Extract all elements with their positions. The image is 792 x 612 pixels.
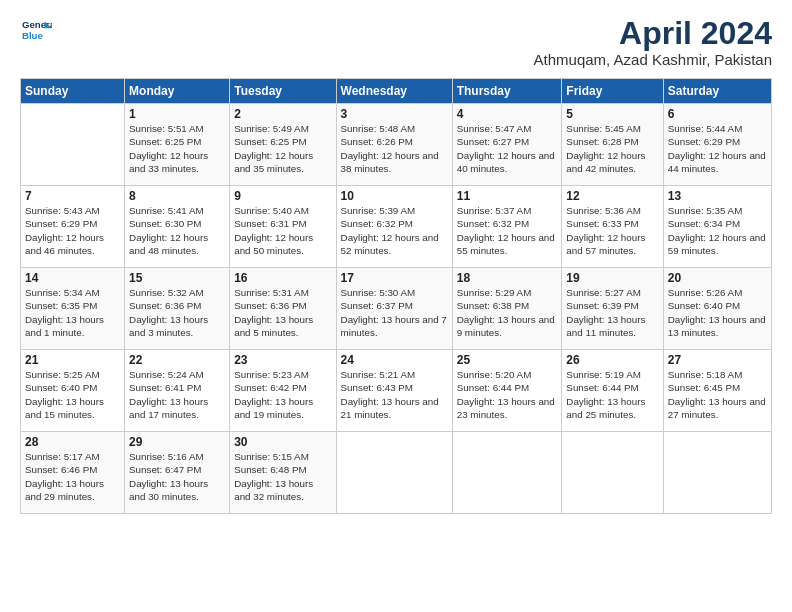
day-number: 23: [234, 353, 331, 367]
day-info: Sunrise: 5:34 AMSunset: 6:35 PMDaylight:…: [25, 287, 104, 338]
day-number: 5: [566, 107, 658, 121]
table-row: 19Sunrise: 5:27 AMSunset: 6:39 PMDayligh…: [562, 268, 663, 350]
day-number: 14: [25, 271, 120, 285]
day-info: Sunrise: 5:21 AMSunset: 6:43 PMDaylight:…: [341, 369, 439, 420]
table-row: 17Sunrise: 5:30 AMSunset: 6:37 PMDayligh…: [336, 268, 452, 350]
col-saturday: Saturday: [663, 79, 771, 104]
day-info: Sunrise: 5:15 AMSunset: 6:48 PMDaylight:…: [234, 451, 313, 502]
day-info: Sunrise: 5:51 AMSunset: 6:25 PMDaylight:…: [129, 123, 208, 174]
day-info: Sunrise: 5:45 AMSunset: 6:28 PMDaylight:…: [566, 123, 645, 174]
day-number: 29: [129, 435, 225, 449]
day-number: 21: [25, 353, 120, 367]
day-info: Sunrise: 5:35 AMSunset: 6:34 PMDaylight:…: [668, 205, 766, 256]
day-info: Sunrise: 5:36 AMSunset: 6:33 PMDaylight:…: [566, 205, 645, 256]
day-number: 13: [668, 189, 767, 203]
col-wednesday: Wednesday: [336, 79, 452, 104]
day-number: 20: [668, 271, 767, 285]
day-number: 11: [457, 189, 558, 203]
table-row: 27Sunrise: 5:18 AMSunset: 6:45 PMDayligh…: [663, 350, 771, 432]
day-info: Sunrise: 5:30 AMSunset: 6:37 PMDaylight:…: [341, 287, 447, 338]
day-info: Sunrise: 5:49 AMSunset: 6:25 PMDaylight:…: [234, 123, 313, 174]
table-row: [562, 432, 663, 514]
day-number: 25: [457, 353, 558, 367]
col-tuesday: Tuesday: [230, 79, 336, 104]
day-info: Sunrise: 5:39 AMSunset: 6:32 PMDaylight:…: [341, 205, 439, 256]
col-thursday: Thursday: [452, 79, 562, 104]
day-number: 30: [234, 435, 331, 449]
day-number: 12: [566, 189, 658, 203]
day-number: 4: [457, 107, 558, 121]
day-number: 6: [668, 107, 767, 121]
table-row: 25Sunrise: 5:20 AMSunset: 6:44 PMDayligh…: [452, 350, 562, 432]
table-row: 5Sunrise: 5:45 AMSunset: 6:28 PMDaylight…: [562, 104, 663, 186]
table-row: 7Sunrise: 5:43 AMSunset: 6:29 PMDaylight…: [21, 186, 125, 268]
day-info: Sunrise: 5:47 AMSunset: 6:27 PMDaylight:…: [457, 123, 555, 174]
day-info: Sunrise: 5:43 AMSunset: 6:29 PMDaylight:…: [25, 205, 104, 256]
day-info: Sunrise: 5:44 AMSunset: 6:29 PMDaylight:…: [668, 123, 766, 174]
day-info: Sunrise: 5:48 AMSunset: 6:26 PMDaylight:…: [341, 123, 439, 174]
day-info: Sunrise: 5:25 AMSunset: 6:40 PMDaylight:…: [25, 369, 104, 420]
day-number: 1: [129, 107, 225, 121]
day-number: 7: [25, 189, 120, 203]
day-info: Sunrise: 5:29 AMSunset: 6:38 PMDaylight:…: [457, 287, 555, 338]
day-number: 3: [341, 107, 448, 121]
table-row: 3Sunrise: 5:48 AMSunset: 6:26 PMDaylight…: [336, 104, 452, 186]
page: General Blue April 2024 Athmuqam, Azad K…: [0, 0, 792, 612]
subtitle: Athmuqam, Azad Kashmir, Pakistan: [534, 51, 772, 68]
day-number: 27: [668, 353, 767, 367]
day-number: 9: [234, 189, 331, 203]
table-row: 11Sunrise: 5:37 AMSunset: 6:32 PMDayligh…: [452, 186, 562, 268]
day-number: 10: [341, 189, 448, 203]
col-friday: Friday: [562, 79, 663, 104]
table-row: 23Sunrise: 5:23 AMSunset: 6:42 PMDayligh…: [230, 350, 336, 432]
table-row: 30Sunrise: 5:15 AMSunset: 6:48 PMDayligh…: [230, 432, 336, 514]
table-row: 26Sunrise: 5:19 AMSunset: 6:44 PMDayligh…: [562, 350, 663, 432]
table-row: 28Sunrise: 5:17 AMSunset: 6:46 PMDayligh…: [21, 432, 125, 514]
day-info: Sunrise: 5:17 AMSunset: 6:46 PMDaylight:…: [25, 451, 104, 502]
table-row: 18Sunrise: 5:29 AMSunset: 6:38 PMDayligh…: [452, 268, 562, 350]
day-number: 28: [25, 435, 120, 449]
day-info: Sunrise: 5:19 AMSunset: 6:44 PMDaylight:…: [566, 369, 645, 420]
day-info: Sunrise: 5:37 AMSunset: 6:32 PMDaylight:…: [457, 205, 555, 256]
day-number: 8: [129, 189, 225, 203]
table-row: 15Sunrise: 5:32 AMSunset: 6:36 PMDayligh…: [125, 268, 230, 350]
day-info: Sunrise: 5:16 AMSunset: 6:47 PMDaylight:…: [129, 451, 208, 502]
main-title: April 2024: [534, 16, 772, 51]
day-info: Sunrise: 5:20 AMSunset: 6:44 PMDaylight:…: [457, 369, 555, 420]
day-info: Sunrise: 5:40 AMSunset: 6:31 PMDaylight:…: [234, 205, 313, 256]
table-row: 22Sunrise: 5:24 AMSunset: 6:41 PMDayligh…: [125, 350, 230, 432]
col-monday: Monday: [125, 79, 230, 104]
table-row: 9Sunrise: 5:40 AMSunset: 6:31 PMDaylight…: [230, 186, 336, 268]
day-number: 18: [457, 271, 558, 285]
svg-text:Blue: Blue: [22, 30, 43, 41]
calendar-header-row: Sunday Monday Tuesday Wednesday Thursday…: [21, 79, 772, 104]
table-row: 8Sunrise: 5:41 AMSunset: 6:30 PMDaylight…: [125, 186, 230, 268]
day-info: Sunrise: 5:31 AMSunset: 6:36 PMDaylight:…: [234, 287, 313, 338]
day-number: 24: [341, 353, 448, 367]
title-area: April 2024 Athmuqam, Azad Kashmir, Pakis…: [534, 16, 772, 68]
table-row: 2Sunrise: 5:49 AMSunset: 6:25 PMDaylight…: [230, 104, 336, 186]
table-row: 10Sunrise: 5:39 AMSunset: 6:32 PMDayligh…: [336, 186, 452, 268]
table-row: 12Sunrise: 5:36 AMSunset: 6:33 PMDayligh…: [562, 186, 663, 268]
table-row: 20Sunrise: 5:26 AMSunset: 6:40 PMDayligh…: [663, 268, 771, 350]
logo: General Blue: [20, 16, 52, 44]
table-row: 16Sunrise: 5:31 AMSunset: 6:36 PMDayligh…: [230, 268, 336, 350]
table-row: 24Sunrise: 5:21 AMSunset: 6:43 PMDayligh…: [336, 350, 452, 432]
table-row: [663, 432, 771, 514]
logo-icon: General Blue: [20, 16, 52, 44]
day-info: Sunrise: 5:26 AMSunset: 6:40 PMDaylight:…: [668, 287, 766, 338]
day-number: 19: [566, 271, 658, 285]
table-row: [336, 432, 452, 514]
table-row: 6Sunrise: 5:44 AMSunset: 6:29 PMDaylight…: [663, 104, 771, 186]
day-number: 26: [566, 353, 658, 367]
day-info: Sunrise: 5:41 AMSunset: 6:30 PMDaylight:…: [129, 205, 208, 256]
calendar-table: Sunday Monday Tuesday Wednesday Thursday…: [20, 78, 772, 514]
table-row: [21, 104, 125, 186]
table-row: 21Sunrise: 5:25 AMSunset: 6:40 PMDayligh…: [21, 350, 125, 432]
table-row: 1Sunrise: 5:51 AMSunset: 6:25 PMDaylight…: [125, 104, 230, 186]
day-number: 15: [129, 271, 225, 285]
day-info: Sunrise: 5:23 AMSunset: 6:42 PMDaylight:…: [234, 369, 313, 420]
day-info: Sunrise: 5:24 AMSunset: 6:41 PMDaylight:…: [129, 369, 208, 420]
table-row: 14Sunrise: 5:34 AMSunset: 6:35 PMDayligh…: [21, 268, 125, 350]
header-area: General Blue April 2024 Athmuqam, Azad K…: [20, 16, 772, 68]
